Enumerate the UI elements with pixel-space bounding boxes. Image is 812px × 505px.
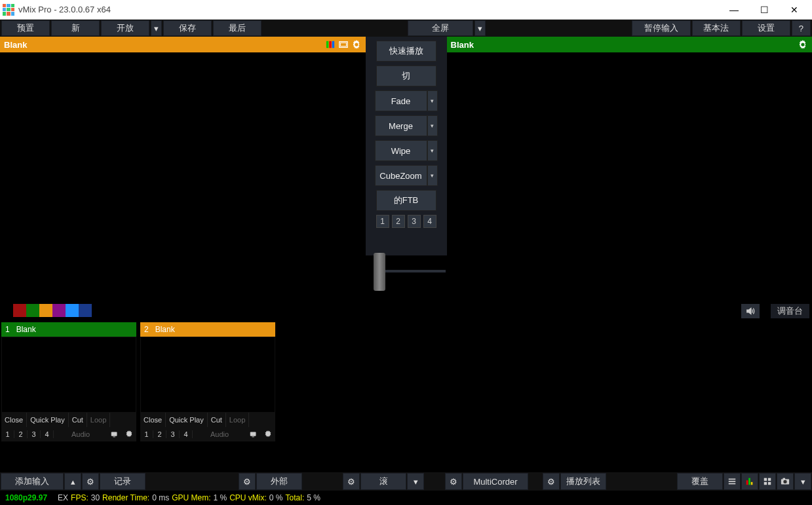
help-button[interactable]: ? (792, 20, 811, 36)
program-label: Blank (451, 40, 474, 50)
settings-button[interactable]: 设置 (742, 20, 790, 36)
input-2-cut[interactable]: Cut (208, 413, 226, 427)
input-2-ovl-2[interactable]: 2 (153, 430, 166, 438)
status-total-label: Total: (286, 493, 305, 502)
preset-button[interactable]: 预置 (1, 20, 50, 36)
status-fps-label: FPS: (71, 493, 88, 502)
save-button[interactable]: 保存 (163, 20, 212, 36)
input-2-audio[interactable]: Audio (193, 430, 246, 438)
preview-color-icon[interactable] (325, 39, 336, 50)
fullscreen-button[interactable]: 全屏 (408, 20, 473, 36)
input-1-gear-icon[interactable] (122, 430, 136, 439)
add-input-button[interactable]: 添加输入 (1, 473, 64, 490)
input-2-ovl-3[interactable]: 3 (166, 430, 180, 438)
svg-rect-23 (783, 478, 786, 480)
svg-rect-19 (764, 482, 767, 485)
input-2-thumbnail[interactable] (140, 337, 275, 413)
category-blue[interactable] (79, 304, 92, 317)
category-purple[interactable] (52, 304, 66, 317)
input-2-gear-icon[interactable] (261, 430, 275, 439)
cut-button[interactable]: 切 (376, 65, 436, 86)
input-1-audio[interactable]: Audio (54, 430, 107, 438)
input-1-close[interactable]: Close (1, 413, 27, 427)
open-dropdown[interactable]: ▾ (151, 20, 162, 36)
preview-video[interactable] (0, 52, 366, 255)
input-1-header[interactable]: 1Blank (1, 322, 136, 337)
record-gear-icon[interactable]: ⚙ (82, 473, 99, 490)
audio-icon-button[interactable] (741, 304, 760, 318)
stream-dropdown[interactable]: ▾ (407, 473, 424, 490)
merge-button[interactable]: Merge (375, 115, 427, 136)
add-input-dropdown[interactable]: ▴ (64, 473, 81, 490)
input-2-header[interactable]: 2Blank (140, 322, 275, 337)
ftb-button[interactable]: 的FTB (376, 190, 436, 211)
input-1-quickplay[interactable]: Quick Play (27, 413, 69, 427)
wipe-button[interactable]: Wipe (375, 140, 427, 161)
overlay-button[interactable]: 覆盖 (677, 473, 723, 490)
category-green[interactable] (26, 304, 39, 317)
fullscreen-dropdown[interactable]: ▾ (474, 20, 486, 36)
preview-gear-icon[interactable] (351, 39, 362, 50)
t-bar-handle[interactable] (374, 253, 385, 291)
input-1-cut[interactable]: Cut (69, 413, 87, 427)
fade-dropdown[interactable]: ▾ (427, 90, 438, 111)
multicorder-button[interactable]: MultiCorder (463, 473, 528, 490)
t-bar-track (380, 270, 446, 272)
cubezoom-button[interactable]: CubeZoom (375, 165, 427, 186)
input-1-ovl-1[interactable]: 1 (1, 430, 14, 438)
svg-rect-17 (764, 478, 767, 481)
close-window-button[interactable]: ✕ (779, 0, 809, 20)
fade-button[interactable]: Fade (375, 90, 427, 111)
multicorder-gear-icon[interactable]: ⚙ (445, 473, 462, 490)
external-gear-icon[interactable]: ⚙ (239, 473, 256, 490)
meters-icon[interactable] (741, 473, 758, 490)
input-1-ovl-2[interactable]: 2 (14, 430, 28, 438)
overlay-3[interactable]: 3 (408, 215, 421, 228)
maximize-button[interactable]: ☐ (749, 0, 779, 20)
input-1-loop[interactable]: Loop (87, 413, 110, 427)
input-2-close[interactable]: Close (140, 413, 166, 427)
mixer-button[interactable]: 调音台 (771, 304, 809, 318)
playlist-gear-icon[interactable]: ⚙ (543, 473, 560, 490)
overlay-2[interactable]: 2 (392, 215, 405, 228)
quickplay-button[interactable]: 快速播放 (376, 41, 436, 62)
input-1-ovl-4[interactable]: 4 (41, 430, 54, 438)
input-2-quickplay[interactable]: Quick Play (166, 413, 208, 427)
category-orange[interactable] (39, 304, 52, 317)
open-button[interactable]: 开放 (101, 20, 149, 36)
input-2-preview-icon[interactable] (246, 430, 261, 439)
bottom-dropdown[interactable]: ▾ (794, 473, 811, 490)
category-lightblue[interactable] (66, 304, 79, 317)
input-2-ovl-1[interactable]: 1 (140, 430, 153, 438)
overlay-4[interactable]: 4 (423, 215, 436, 228)
input-2-loop[interactable]: Loop (226, 413, 249, 427)
program-gear-icon[interactable] (798, 39, 808, 50)
input-1-thumbnail[interactable] (1, 337, 136, 413)
camera-icon[interactable] (777, 473, 794, 490)
stream-gear-icon[interactable]: ⚙ (343, 473, 360, 490)
minimize-button[interactable]: — (719, 0, 749, 20)
svg-point-22 (783, 480, 786, 483)
preview-layout-icon[interactable] (338, 39, 349, 50)
input-1-ovl-3[interactable]: 3 (28, 430, 41, 438)
main-area: Blank 快速播放 切 Fade▾ Merge▾ Wipe▾ CubeZoom… (0, 37, 812, 255)
pause-inputs-button[interactable]: 暂停输入 (632, 20, 691, 36)
category-red[interactable] (13, 304, 26, 317)
program-video[interactable] (447, 52, 813, 255)
status-gpumem-value: 1 % (214, 493, 227, 502)
last-button[interactable]: 最后 (213, 20, 261, 36)
input-2-ovl-4[interactable]: 4 (180, 430, 193, 438)
cubezoom-dropdown[interactable]: ▾ (427, 165, 438, 186)
basic-button[interactable]: 基本法 (692, 20, 741, 36)
stream-button[interactable]: 滚 (360, 473, 406, 490)
record-button[interactable]: 记录 (100, 473, 145, 490)
new-button[interactable]: 新 (51, 20, 100, 36)
input-1-preview-icon[interactable] (107, 430, 122, 439)
overlay-1[interactable]: 1 (376, 215, 389, 228)
merge-dropdown[interactable]: ▾ (427, 115, 438, 136)
grid-icon[interactable] (759, 473, 776, 490)
wipe-dropdown[interactable]: ▾ (427, 140, 438, 161)
list-icon[interactable] (724, 473, 741, 490)
external-button[interactable]: 外部 (256, 473, 302, 490)
playlist-button[interactable]: 播放列表 (560, 473, 606, 490)
